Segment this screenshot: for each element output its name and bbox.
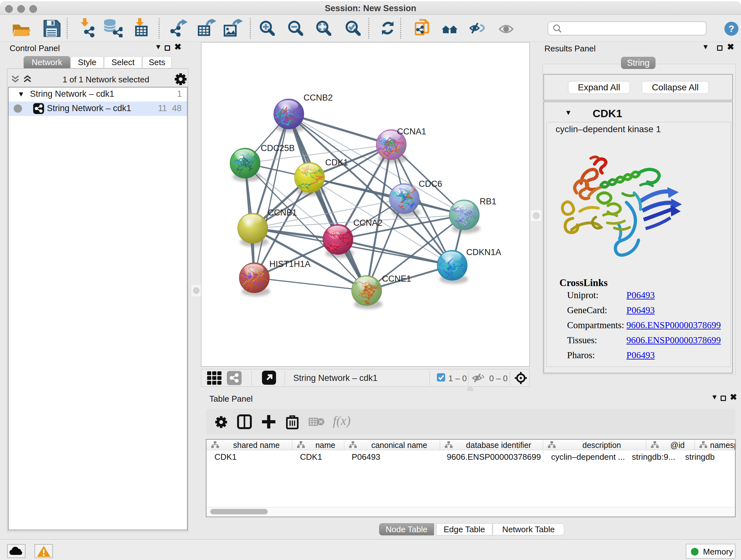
svg-text:CCNA1: CCNA1 [397,127,426,136]
svg-text:CDC25B: CDC25B [261,143,295,153]
svg-text:CDC6: CDC6 [419,179,442,189]
svg-text:RB1: RB1 [480,197,496,206]
svg-text:CCNB1: CCNB1 [268,208,297,217]
svg-text:CCNB2: CCNB2 [304,93,333,103]
svg-text:?: ? [729,23,734,34]
svg-text:CCNE1: CCNE1 [382,274,411,284]
svg-text:CDK1: CDK1 [325,158,348,167]
svg-text:CCNA2: CCNA2 [353,218,383,228]
svg-text:CDKN1A: CDKN1A [466,247,501,257]
svg-text:HIST1H1A: HIST1H1A [269,259,311,269]
